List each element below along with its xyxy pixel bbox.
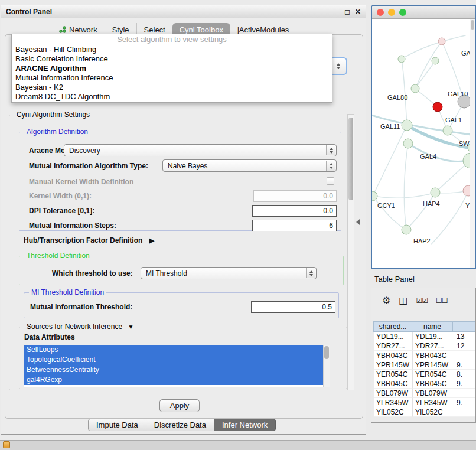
- dpi-tolerance-field[interactable]: 0.0: [252, 205, 337, 217]
- network-node[interactable]: [433, 102, 442, 112]
- table-row[interactable]: YDR27...YDR27...12: [374, 341, 476, 351]
- which-threshold-value: MI Threshold: [146, 269, 187, 278]
- mi-threshold-definition-group: MI Threshold Definition Mutual Informati…: [24, 292, 339, 318]
- manual-kernel-checkbox[interactable]: [327, 177, 334, 185]
- aracne-mode-combo[interactable]: Discovery: [64, 144, 337, 156]
- algorithm-dropdown-popup: Select algorithm to view settings Bayesi…: [11, 34, 332, 103]
- algorithm-option[interactable]: Bayesian - K2: [12, 83, 332, 92]
- kernel-width-field[interactable]: 0.0: [253, 190, 337, 202]
- table-row[interactable]: YDL19...YDL19...13: [374, 332, 476, 341]
- table-cell: YDR27...: [413, 341, 454, 351]
- network-edge[interactable]: [402, 35, 465, 59]
- network-node[interactable]: [403, 139, 413, 148]
- algorithm-option[interactable]: Bayesian - Hill Climbing: [12, 45, 332, 54]
- network-node[interactable]: [463, 185, 470, 196]
- select-all-icon[interactable]: ☑☑: [416, 292, 428, 309]
- scrollbar-thumb[interactable]: [348, 118, 353, 200]
- combo-up-arrow-icon: [337, 63, 340, 66]
- network-node[interactable]: [402, 225, 411, 234]
- algorithm-option[interactable]: ARACNE Algorithm: [12, 64, 332, 73]
- network-edge[interactable]: [406, 193, 435, 230]
- apply-button[interactable]: Apply: [159, 399, 200, 412]
- table-row[interactable]: YBL079WYBL079W: [374, 389, 476, 398]
- control-panel-titlebar[interactable]: Control Panel ◻ ✕: [1, 5, 366, 18]
- hub-section-header[interactable]: Hub/Transcription Factor Definition ▶: [24, 236, 154, 244]
- network-edge[interactable]: [373, 125, 407, 196]
- table-row[interactable]: YER054CYER054C8.: [374, 370, 476, 379]
- tab-label: Style: [112, 25, 129, 34]
- network-tab-icon: [59, 26, 66, 33]
- network-scrollbar[interactable]: [470, 19, 475, 268]
- mac-minimize-button[interactable]: [388, 9, 395, 16]
- which-threshold-combo[interactable]: MI Threshold: [141, 267, 317, 279]
- node-label: SWI4: [459, 140, 470, 147]
- deselect-all-icon[interactable]: ☐☐: [436, 292, 448, 309]
- table-row[interactable]: YPR145WYPR145W9.: [374, 360, 476, 370]
- algorithm-option[interactable]: Dream8 DC_TDC Algorithm: [12, 92, 332, 102]
- algorithm-option[interactable]: Mutual Information Inference: [12, 73, 332, 83]
- attributes-scrollbar[interactable]: [323, 345, 330, 387]
- table-cell: YBR045C: [413, 379, 454, 389]
- network-node[interactable]: [432, 57, 439, 64]
- attribute-item[interactable]: BetweennessCentrality: [24, 365, 323, 375]
- network-edge[interactable]: [373, 196, 406, 230]
- scrollbar-thumb[interactable]: [324, 346, 329, 359]
- data-attributes-label: Data Attributes: [24, 333, 75, 341]
- sources-header[interactable]: Sources for Network Inference ▼: [24, 322, 136, 331]
- mi-threshold-field[interactable]: 0.5: [251, 301, 335, 313]
- table-row[interactable]: YLR345WYLR345W9.: [374, 398, 476, 407]
- taskbar-icon[interactable]: [3, 441, 10, 448]
- network-view-window: GAL80GAL10GAL11GAL1SWI4GAL4GCY1HAP4HAP2Y…: [371, 5, 476, 269]
- network-canvas-svg: GAL80GAL10GAL11GAL1SWI4GAL4GCY1HAP4HAP2Y…: [372, 19, 470, 268]
- table-row[interactable]: YBR045CYBR045C9.: [374, 379, 476, 389]
- threshold-definition-title: Threshold Definition: [24, 252, 92, 260]
- table-row[interactable]: YIL052CYIL052C: [374, 407, 476, 417]
- network-node[interactable]: [431, 188, 440, 197]
- table-toolbar: ⚙ ◫ ☑☑ ☐☐: [371, 292, 448, 309]
- float-window-icon[interactable]: ◻: [344, 8, 350, 16]
- network-node[interactable]: [438, 38, 445, 45]
- network-edge[interactable]: [415, 61, 435, 89]
- table-cell: 9.: [454, 398, 476, 407]
- network-node[interactable]: [402, 120, 412, 131]
- network-node[interactable]: [443, 126, 452, 135]
- network-node[interactable]: [372, 191, 377, 201]
- network-node[interactable]: [411, 84, 419, 93]
- network-window-titlebar[interactable]: [372, 6, 475, 19]
- gear-icon[interactable]: ⚙: [382, 292, 390, 309]
- tab-discretize-data[interactable]: Discretize Data: [146, 419, 214, 431]
- table-cell: YDL19...: [374, 332, 413, 341]
- table-row[interactable]: YBR043CYBR043C: [374, 351, 476, 360]
- network-canvas[interactable]: GAL80GAL10GAL11GAL1SWI4GAL4GCY1HAP4HAP2Y…: [372, 19, 475, 268]
- attribute-item[interactable]: gal4RGexp: [24, 375, 323, 385]
- table-cell: [454, 351, 476, 360]
- column-header[interactable]: name: [412, 321, 453, 332]
- tab-infer-network[interactable]: Infer Network: [214, 419, 276, 431]
- column-header[interactable]: shared...: [373, 321, 412, 332]
- network-edge[interactable]: [415, 41, 442, 89]
- table-cell: YIL052C: [374, 407, 413, 417]
- scrollbar-thumb[interactable]: [471, 20, 474, 30]
- panel-collapse-arrow[interactable]: [356, 219, 360, 225]
- attribute-item[interactable]: SelfLoops: [24, 345, 323, 355]
- algorithm-option[interactable]: Basic Correlation Inference: [12, 54, 332, 64]
- attribute-item[interactable]: TopologicalCoefficient: [24, 355, 323, 365]
- network-edge[interactable]: [404, 144, 408, 230]
- mi-steps-field[interactable]: 6: [252, 220, 337, 231]
- network-node[interactable]: [398, 56, 405, 63]
- close-icon[interactable]: ✕: [355, 8, 361, 16]
- network-edge[interactable]: [431, 191, 468, 244]
- table-cell: YPR145W: [374, 360, 413, 370]
- mi-threshold-label: Mutual Information Threshold:: [30, 303, 132, 311]
- columns-icon[interactable]: ◫: [399, 292, 407, 309]
- table-panel-title: Table Panel: [374, 275, 415, 283]
- mac-close-button[interactable]: [377, 9, 384, 16]
- column-header[interactable]: [452, 321, 476, 332]
- table-cell: 12: [454, 341, 476, 351]
- tab-label: jActiveModules: [237, 25, 289, 34]
- tab-impute-data[interactable]: Impute Data: [88, 419, 146, 431]
- mac-zoom-button[interactable]: [399, 9, 406, 16]
- network-edge[interactable]: [402, 59, 407, 125]
- mi-type-combo[interactable]: Naive Bayes: [162, 159, 337, 172]
- settings-scrollbar[interactable]: [347, 114, 354, 390]
